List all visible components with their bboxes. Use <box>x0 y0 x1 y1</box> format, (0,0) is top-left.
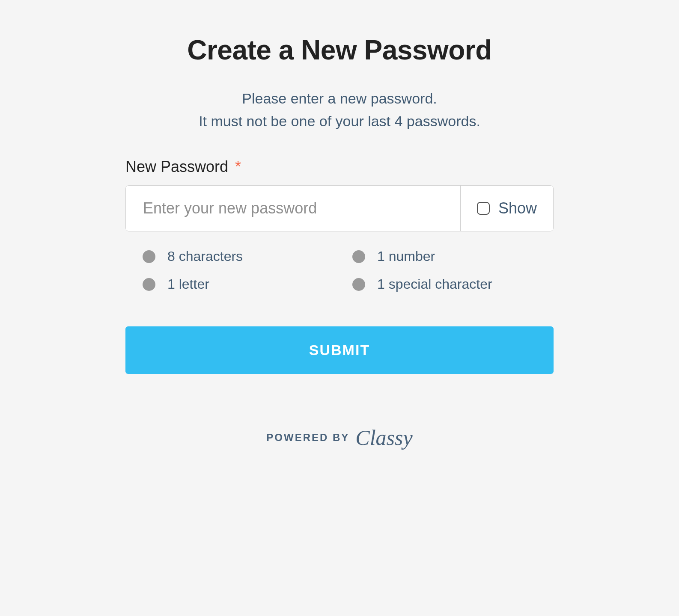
page-title: Create a New Password <box>125 34 554 66</box>
show-password-checkbox[interactable] <box>477 202 490 215</box>
requirement-item: 1 number <box>352 249 536 264</box>
password-requirements: 8 characters 1 number 1 letter 1 special… <box>125 249 554 292</box>
requirement-text: 1 special character <box>377 276 492 292</box>
new-password-input[interactable] <box>126 186 460 231</box>
requirement-dot-icon <box>143 250 155 263</box>
instruction-line-2: It must not be one of your last 4 passwo… <box>125 110 554 133</box>
requirement-text: 1 number <box>377 249 435 264</box>
powered-by-label: POWERED BY <box>266 432 349 444</box>
password-input-group: Show <box>125 185 554 231</box>
requirement-dot-icon <box>352 278 365 291</box>
requirement-dot-icon <box>352 250 365 263</box>
requirement-text: 8 characters <box>167 249 243 264</box>
brand-logo: Classy <box>355 425 412 450</box>
requirement-item: 1 special character <box>352 276 536 292</box>
submit-button[interactable]: SUBMIT <box>125 326 554 374</box>
show-password-label: Show <box>498 199 537 217</box>
password-field-label: New Password * <box>125 158 554 176</box>
show-password-toggle[interactable]: Show <box>460 186 553 231</box>
instruction-line-1: Please enter a new password. <box>125 87 554 110</box>
instructions: Please enter a new password. It must not… <box>125 87 554 132</box>
field-label-text: New Password <box>125 158 228 175</box>
requirement-dot-icon <box>143 278 155 291</box>
requirement-item: 1 letter <box>143 276 327 292</box>
footer: POWERED BY Classy <box>125 425 554 450</box>
password-form-container: Create a New Password Please enter a new… <box>125 34 554 450</box>
required-asterisk: * <box>235 158 241 175</box>
requirement-text: 1 letter <box>167 276 209 292</box>
requirement-item: 8 characters <box>143 249 327 264</box>
